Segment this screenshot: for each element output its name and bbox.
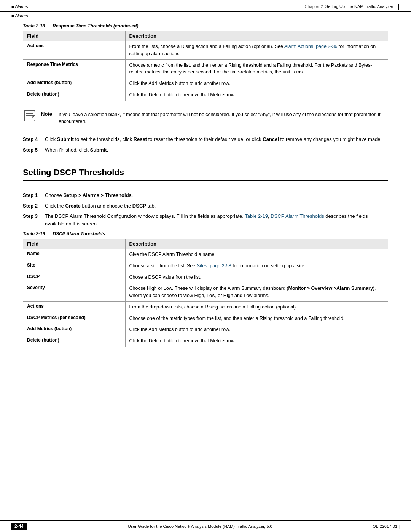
table-row: Name Give the DSCP Alarm Threshold a nam… [23,249,388,260]
field-actions: Actions [23,41,126,60]
breadcrumb-icon: ■ [11,4,14,9]
footer-bar-end: | [398,524,400,529]
field-dscp: DSCP [23,272,126,283]
table18-col-field: Field [23,31,126,41]
desc-add-metrics-dscp: Click the Add Metrics button to add anot… [125,324,388,335]
table19-caption: Table 2-19 DSCP Alarm Thresholds [23,231,388,236]
table19-col-field: Field [23,239,126,249]
header-right: Chapter 2 Setting Up The NAM Traffic Ana… [304,3,400,10]
table-row: Actions From the lists, choose a Rising … [23,41,388,60]
field-delete-dscp: Delete (button) [23,335,126,347]
table-row: Site Choose a site from the list. See Si… [23,260,388,272]
footer-bar-right: | [370,524,371,529]
note-content: If you leave a selection blank, it means… [59,111,388,126]
dscp-step3-content: The DSCP Alarm Threshold Configuration w… [45,212,388,227]
page-header: ■ Alarms Chapter 2 Setting Up The NAM Tr… [0,0,411,12]
dscp-step2-label: Step 2 [23,202,42,210]
steps-dscp: Step 1 Choose Setup > Alarms > Threshold… [23,192,388,227]
note-icon [23,110,37,125]
desc-severity: Choose High or Low. These will display o… [125,283,388,302]
dscp-step2: Step 2 Click the Create button and choos… [23,202,388,210]
breadcrumb: ■ Alarms [11,4,28,9]
desc-delete-dscp: Click the Delete button to remove that M… [125,335,388,347]
field-site: Site [23,260,126,272]
desc-site: Choose a site from the list. See Sites, … [125,260,388,272]
table-row: Delete (button) Click the Delete button … [23,89,388,101]
breadcrumb-line: ■ Alarms [0,12,411,19]
field-add-metrics: Add Metrics (button) [23,78,126,89]
link-table19[interactable]: Table 2-19 [245,213,268,219]
field-add-metrics-dscp: Add Metrics (button) [23,324,126,335]
field-delete: Delete (button) [23,89,126,101]
table-row: Severity Choose High or Low. These will … [23,283,388,302]
page-number: 2-44 [11,523,27,530]
dscp-step1-label: Step 1 [23,192,42,199]
separator2 [23,187,388,187]
desc-name: Give the DSCP Alarm Threshold a name. [125,249,388,260]
field-severity: Severity [23,283,126,302]
field-name: Name [23,249,126,260]
chapter-label: Chapter 2 [304,4,323,9]
page-footer: 2-44 User Guide for the Cisco Network An… [0,520,411,532]
step5-label: Step 5 [23,146,42,154]
dscp-step2-content: Click the Create button and choose the D… [45,202,388,210]
table-row: Delete (button) Click the Delete button … [23,335,388,347]
table18-col-desc: Description [125,31,388,41]
table-row: Add Metrics (button) Click the Add Metri… [23,78,388,89]
table19: Field Description Name Give the DSCP Ala… [23,239,388,347]
dscp-step3: Step 3 The DSCP Alarm Threshold Configur… [23,212,388,227]
dscp-step1-content: Choose Setup > Alarms > Thresholds. [45,192,388,199]
step4: Step 4 Click Submit to set the threshold… [23,136,388,143]
table19-col-desc: Description [125,239,388,249]
footer-right: | OL-22617-01 | [370,524,400,529]
desc-delete: Click the Delete button to remove that M… [125,89,388,101]
step4-label: Step 4 [23,136,42,143]
note-box: Note If you leave a selection blank, it … [23,107,388,130]
table-row: Response Time Metrics Choose a metric fr… [23,59,388,78]
link-dscp-alarm-thresholds[interactable]: DSCP Alarm Thresholds [271,213,324,219]
footer-left: 2-44 [11,523,30,530]
link-sites[interactable]: Sites, page 2-58 [197,263,231,268]
field-response-time-metrics: Response Time Metrics [23,59,126,78]
table-row: DSCP Chose a DSCP value from the list. [23,272,388,283]
header-bar: | [398,3,400,10]
footer-center: User Guide for the Cisco Network Analysi… [30,524,370,529]
table-row: Add Metrics (button) Click the Add Metri… [23,324,388,335]
step5: Step 5 When finished, click Submit. [23,146,388,154]
table-row: Actions From the drop-down lists, choose… [23,301,388,313]
desc-add-metrics: Click the Add Metrics button to add anot… [125,78,388,89]
desc-dscp-metrics: Choose one of the metric types from the … [125,313,388,324]
steps-top: Step 4 Click Submit to set the threshold… [23,136,388,153]
desc-response-time-metrics: Choose a metric from the list, and then … [125,59,388,78]
step5-content: When finished, click Submit. [45,146,388,154]
desc-actions-dscp: From the drop-down lists, choose a Risin… [125,301,388,313]
field-actions-dscp: Actions [23,301,126,313]
main-content: Table 2-18 Response Time Thresholds (con… [0,19,411,361]
breadcrumb-icon-small: ■ [11,13,14,18]
separator [23,158,388,158]
pencil-icon [24,110,36,122]
step4-content: Click Submit to set the thresholds, clic… [45,136,388,143]
dscp-step3-label: Step 3 [23,212,42,220]
link-alarm-actions[interactable]: Alarm Actions, page 2-36 [284,44,338,49]
table-row: DSCP Metrics (per second) Choose one of … [23,313,388,324]
table18-caption: Table 2-18 Response Time Thresholds (con… [23,23,388,29]
desc-actions: From the lists, choose a Rising action a… [125,41,388,60]
table18: Field Description Actions From the lists… [23,31,388,101]
field-dscp-metrics: DSCP Metrics (per second) [23,313,126,324]
dscp-step1: Step 1 Choose Setup > Alarms > Threshold… [23,192,388,199]
desc-dscp: Chose a DSCP value from the list. [125,272,388,283]
chapter-title: Setting Up The NAM Traffic Analyzer [325,4,393,9]
section-heading: Setting DSCP Thresholds [23,168,388,181]
note-label: Note [41,111,55,117]
